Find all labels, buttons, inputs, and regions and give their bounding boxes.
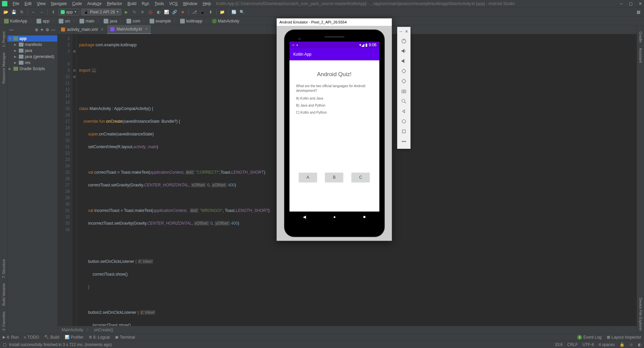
menu-edit[interactable]: Edit: [22, 1, 34, 7]
emu-rotate-right-icon[interactable]: [397, 76, 410, 86]
status-encoding[interactable]: UTF-8: [583, 342, 594, 347]
minimize-icon[interactable]: ─: [620, 1, 623, 6]
menu-file[interactable]: File: [10, 1, 22, 7]
crumb-kotlinapp[interactable]: kotlinapp: [179, 18, 204, 24]
emulator-window[interactable]: Android Emulator - Pixel_2_API_26:5554 ○…: [276, 18, 392, 241]
lock-icon[interactable]: 🔒: [620, 342, 625, 347]
emu-rotate-left-icon[interactable]: [397, 66, 410, 76]
menu-help[interactable]: Help: [200, 1, 214, 7]
emu-zoom-icon[interactable]: [397, 96, 410, 106]
inspector-icon[interactable]: ☺: [629, 342, 633, 347]
nav-recent-icon[interactable]: ■: [363, 215, 366, 219]
crumb-project[interactable]: KotlinApp: [3, 18, 29, 24]
rail-project[interactable]: 1: Project: [0, 29, 7, 50]
crumb-mainactivity[interactable]: MainActivity: [211, 18, 241, 24]
make-icon[interactable]: ⬇: [50, 9, 56, 15]
status-indent[interactable]: 4 spaces: [599, 342, 615, 347]
quick-access-icon[interactable]: ▦: [635, 9, 641, 15]
emu-home-icon[interactable]: [397, 116, 410, 126]
close-tab-icon[interactable]: ×: [101, 27, 103, 32]
tw-profiler[interactable]: 📊 Profiler: [65, 335, 84, 340]
debug-icon[interactable]: 🐞: [148, 9, 154, 15]
emu-volume-up-icon[interactable]: [397, 46, 410, 56]
maximize-icon[interactable]: ▢: [629, 1, 633, 6]
menu-run[interactable]: Run: [139, 1, 152, 7]
stop-icon[interactable]: ■: [180, 9, 186, 15]
tree-node-java[interactable]: ▶java: [7, 48, 57, 54]
avd-icon[interactable]: 📱: [200, 9, 206, 15]
rail-gradle[interactable]: Gradle: [637, 29, 644, 45]
crumb-java[interactable]: java: [102, 18, 118, 24]
back-icon[interactable]: ←: [31, 9, 37, 15]
apply-code-icon[interactable]: ≡: [140, 9, 146, 15]
hide-tree-icon[interactable]: —: [51, 27, 55, 32]
search-icon[interactable]: 🔍: [239, 9, 245, 15]
rail-favorites[interactable]: 2: Favorites: [0, 309, 7, 333]
quiz-button-c[interactable]: C: [352, 173, 370, 182]
emu-close-icon[interactable]: ✕: [405, 29, 408, 34]
menu-vcs[interactable]: VCS: [167, 1, 180, 7]
project-structure-icon[interactable]: 📁: [219, 9, 225, 15]
emu-overview-icon[interactable]: [397, 126, 410, 136]
phone-screen[interactable]: ○ ▪ ▾◢ ▮ 9:06 Kotlin App Android Quiz! W…: [289, 42, 379, 222]
menu-build[interactable]: Build: [125, 1, 139, 7]
status-line-sep[interactable]: CRLF: [567, 342, 578, 347]
save-icon[interactable]: 💾: [11, 9, 17, 15]
tree-node-manifests[interactable]: ▶manifests: [7, 42, 57, 48]
settings-icon[interactable]: ⚙: [46, 27, 49, 32]
menu-tools[interactable]: Tools: [152, 1, 167, 7]
quiz-button-b[interactable]: B: [325, 173, 343, 182]
emu-minimize-icon[interactable]: ─: [399, 29, 402, 34]
emu-screenshot-icon[interactable]: [397, 86, 410, 96]
status-position[interactable]: 33:6: [555, 342, 562, 347]
profile-icon[interactable]: 📊: [164, 9, 170, 15]
run-config-dropdown[interactable]: app▼: [58, 9, 79, 15]
menu-view[interactable]: View: [34, 1, 48, 7]
tw-build[interactable]: 🔨 Build: [44, 335, 59, 340]
emu-volume-down-icon[interactable]: [397, 56, 410, 66]
tree-node-gradle-scripts[interactable]: ▶Gradle Scripts: [7, 66, 57, 72]
hide-icon[interactable]: —: [9, 27, 13, 32]
crumb-class[interactable]: MainActivity: [62, 328, 83, 332]
quiz-button-a[interactable]: A: [299, 173, 317, 182]
rail-assistant[interactable]: Assistant: [637, 45, 644, 66]
tw-layout-inspector[interactable]: ▦ Layout Inspector: [607, 335, 641, 340]
menu-analyze[interactable]: Analyze: [85, 1, 104, 7]
crumb-app[interactable]: app: [35, 18, 51, 24]
tree-node-app[interactable]: ▼app: [7, 36, 57, 42]
rail-device-file-explorer[interactable]: Device File Explorer: [637, 295, 644, 333]
nav-home-icon[interactable]: ●: [333, 215, 336, 219]
crumb-com[interactable]: com: [125, 18, 142, 24]
collapse-icon[interactable]: ✦: [40, 27, 44, 32]
sync-icon[interactable]: ↻: [19, 9, 25, 15]
vcs-icon[interactable]: ⎇: [192, 9, 198, 15]
tab-mainactivity[interactable]: MainActivity.kt×: [107, 25, 151, 34]
emu-more-icon[interactable]: [397, 136, 410, 147]
rail-resource-manager[interactable]: Resource Manager: [0, 50, 7, 86]
sync-gradle-icon[interactable]: 🔄: [231, 9, 237, 15]
crumb-main[interactable]: main: [78, 18, 96, 24]
crumb-example[interactable]: example: [148, 18, 172, 24]
tw-terminal[interactable]: ▣ Terminal: [115, 335, 135, 340]
memory-icon[interactable]: ◐: [638, 342, 641, 347]
rail-build-variants[interactable]: Build Variants: [0, 281, 7, 308]
forward-icon[interactable]: →: [39, 9, 45, 15]
tw-todo[interactable]: ≡ TODO: [24, 335, 39, 340]
menu-refactor[interactable]: Refactor: [104, 1, 125, 7]
attach-debugger-icon[interactable]: 🔗: [172, 9, 178, 15]
menu-window[interactable]: Window: [180, 1, 200, 7]
tool-window-quick-icon[interactable]: ▢: [3, 342, 6, 347]
crumb-method[interactable]: onCreate(): [94, 328, 113, 332]
menu-navigate[interactable]: Navigate: [48, 1, 69, 7]
close-icon[interactable]: ✕: [639, 1, 642, 6]
apply-changes-icon[interactable]: ↻: [131, 9, 138, 15]
tree-node-java-gen[interactable]: ▶java (generated): [7, 54, 57, 60]
menu-code[interactable]: Code: [69, 1, 85, 7]
select-opened-icon[interactable]: ⊕: [35, 27, 38, 32]
rail-structure[interactable]: 7: Structure: [0, 256, 7, 281]
crumb-src[interactable]: src: [57, 18, 71, 24]
sdk-icon[interactable]: ⬇: [208, 9, 214, 15]
tree-node-res[interactable]: ▶res: [7, 60, 57, 66]
fold-column[interactable]: ⊞⊟⊟: [72, 34, 76, 326]
emu-power-icon[interactable]: [397, 36, 410, 46]
